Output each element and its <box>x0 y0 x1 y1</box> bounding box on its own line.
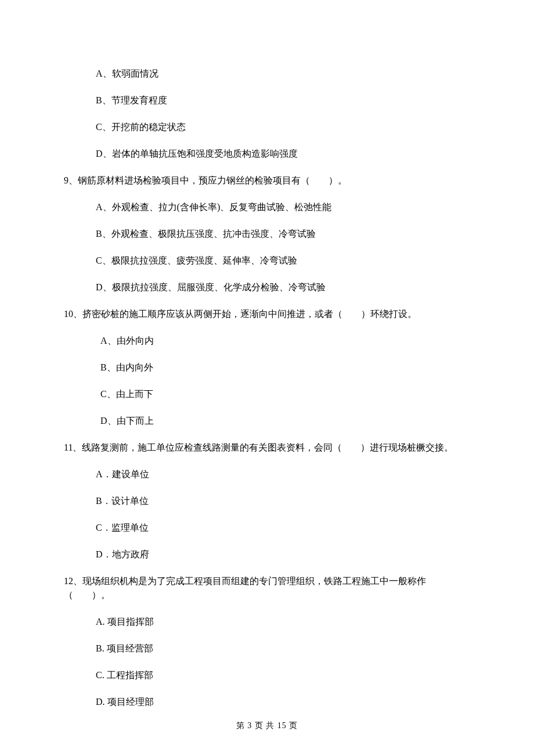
q11-option-d: D．地方政府 <box>96 548 470 561</box>
q10-option-d: D、由下而上 <box>100 414 470 428</box>
q10-option-a: A、由外向内 <box>100 334 470 348</box>
q8-option-c: C、开挖前的稳定状态 <box>96 120 470 134</box>
q10-option-b: B、由内向外 <box>100 361 470 375</box>
q9-stem: 9、钢筋原材料进场检验项目中，预应力钢丝的检验项目有（ ）。 <box>64 174 470 188</box>
q12-option-d: D. 项目经理部 <box>96 695 470 709</box>
q12-option-c: C. 工程指挥部 <box>96 668 470 682</box>
q12-stem: 12、现场组织机构是为了完成工程项目而组建的专门管理组织，铁路工程施工中一般称作… <box>64 574 470 602</box>
q9-option-a: A、外观检查、拉力(含伸长率)、反复弯曲试验、松弛性能 <box>96 200 470 214</box>
page-content: A、软弱面情况 B、节理发育程度 C、开挖前的稳定状态 D、岩体的单轴抗压饱和强… <box>0 0 534 709</box>
q12-option-a: A. 项目指挥部 <box>96 615 470 629</box>
q8-option-b: B、节理发育程度 <box>96 93 470 107</box>
page-footer: 第 3 页 共 15 页 <box>0 719 534 732</box>
q11-option-b: B．设计单位 <box>96 494 470 508</box>
q11-option-c: C．监理单位 <box>96 521 470 535</box>
q11-option-a: A．建设单位 <box>96 467 470 481</box>
q10-option-c: C、由上而下 <box>100 387 470 401</box>
q9-option-b: B、外观检查、极限抗压强度、抗冲击强度、冷弯试验 <box>96 227 470 241</box>
q9-option-c: C、极限抗拉强度、疲劳强度、延伸率、冷弯试验 <box>96 254 470 268</box>
q8-option-d: D、岩体的单轴抗压饱和强度受地质构造影响强度 <box>96 147 470 161</box>
q10-stem: 10、挤密砂桩的施工顺序应该从两侧开始，逐渐向中间推进，或者（ ）环绕打设。 <box>64 307 470 321</box>
q12-option-b: B. 项目经营部 <box>96 642 470 656</box>
q9-option-d: D、极限抗拉强度、屈服强度、化学成分检验、冷弯试验 <box>96 280 470 294</box>
q8-option-a: A、软弱面情况 <box>96 67 470 81</box>
q11-stem: 11、线路复测前，施工单位应检查线路测量的有关图表资料，会同（ ）进行现场桩橛交… <box>64 441 470 455</box>
